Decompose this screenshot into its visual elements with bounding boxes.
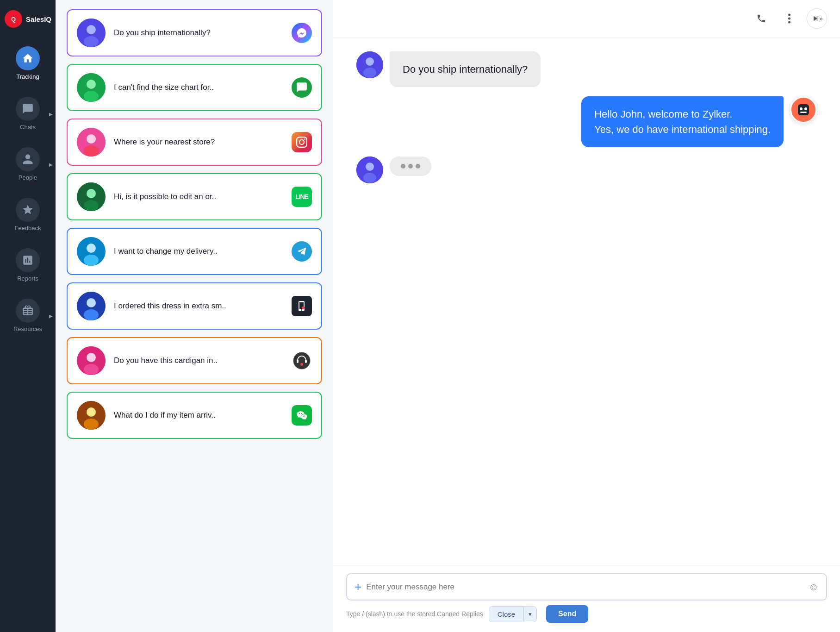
typing-avatar — [356, 156, 383, 183]
svg-point-9 — [87, 134, 96, 144]
sidebar-item-tracking[interactable]: Tracking — [0, 38, 56, 88]
avatar-4 — [77, 182, 106, 211]
people-label: People — [19, 174, 37, 181]
chat-messages: Do you ship internationally? Hello John,… — [333, 38, 840, 565]
chat-message-6: I ordered this dress in extra sm.. — [114, 300, 283, 312]
chats-label: Chats — [20, 124, 36, 131]
chat-info-4: Hi, is it possible to edit an or.. — [114, 191, 283, 202]
more-options-button[interactable] — [779, 8, 799, 29]
svg-point-33 — [788, 21, 790, 24]
channel-icon-2 — [292, 77, 312, 98]
resources-chevron: ▶ — [49, 313, 53, 318]
sidebar-item-feedback[interactable]: Feedback — [0, 189, 56, 240]
chat-card-5[interactable]: I want to change my delivery.. — [67, 228, 322, 275]
close-dropdown-button[interactable]: ▾ — [523, 607, 536, 621]
typing-indicator-row — [356, 156, 817, 183]
salesiq-logo-icon: Q — [5, 10, 22, 28]
svg-point-27 — [300, 363, 303, 366]
svg-point-29 — [87, 407, 96, 417]
bot-avatar — [790, 96, 817, 123]
feedback-label: Feedback — [14, 225, 41, 232]
chat-info-3: Where is your nearest store? — [114, 137, 283, 148]
svg-text:Q: Q — [11, 16, 16, 23]
avatar-8 — [77, 401, 106, 430]
feedback-icon-circle — [16, 198, 40, 222]
sidebar-item-chats[interactable]: Chats ▶ — [0, 88, 56, 139]
sidebar-nav: Tracking Chats ▶ People ▶ — [0, 38, 56, 341]
svg-rect-26 — [305, 360, 307, 363]
svg-point-10 — [84, 145, 99, 156]
chat-info-5: I want to change my delivery.. — [114, 246, 283, 257]
phone-button[interactable] — [751, 8, 772, 29]
svg-point-35 — [366, 57, 374, 66]
svg-point-22 — [87, 353, 96, 362]
svg-point-30 — [84, 419, 99, 430]
svg-point-19 — [84, 309, 99, 320]
avatar-5 — [77, 237, 106, 266]
emoji-button[interactable]: ☺ — [809, 581, 819, 593]
svg-point-42 — [366, 163, 374, 171]
svg-point-36 — [363, 68, 376, 78]
chat-list-panel: Do you ship internationally? I can't fin… — [56, 0, 333, 632]
channel-icon-7 — [292, 350, 312, 371]
chat-card-2[interactable]: I can't find the size chart for.. — [67, 64, 322, 111]
chat-card-6[interactable]: I ordered this dress in extra sm.. — [67, 282, 322, 330]
close-button-group: Close ▾ — [489, 606, 537, 622]
svg-point-38 — [800, 107, 803, 110]
svg-point-24 — [293, 352, 310, 369]
avatar-3 — [77, 128, 106, 156]
svg-point-39 — [804, 107, 807, 110]
chat-info-7: Do you have this cardigan in.. — [114, 355, 283, 366]
typing-dot-3 — [416, 164, 420, 169]
chat-input-area: + ☺ Type / (slash) to use the stored Can… — [333, 565, 840, 632]
channel-icon-5 — [292, 241, 312, 262]
chat-card-8[interactable]: What do I do if my item arriv.. — [67, 392, 322, 439]
chat-message-1: Do you ship internationally? — [114, 27, 283, 38]
resources-label: Resources — [13, 325, 42, 332]
channel-icon-6 — [292, 296, 312, 316]
bot-message-bubble: Hello John, welcome to Zylker.Yes, we do… — [581, 96, 784, 147]
svg-point-32 — [788, 18, 790, 20]
tracking-icon-circle — [16, 46, 40, 70]
expand-button[interactable]: » — [807, 8, 827, 29]
svg-rect-40 — [800, 112, 807, 113]
channel-icon-3 — [292, 132, 312, 152]
chats-icon-circle — [16, 97, 40, 121]
bot-message-text: Hello John, welcome to Zylker.Yes, we do… — [594, 108, 771, 135]
reports-label: Reports — [17, 275, 38, 282]
chat-message-2: I can't find the size chart for.. — [114, 82, 283, 93]
reports-icon-circle — [16, 248, 40, 272]
avatar-1 — [77, 19, 106, 47]
svg-point-20 — [302, 307, 305, 309]
message-input-row: + ☺ — [346, 573, 827, 601]
sidebar-item-resources[interactable]: Resources ▶ — [0, 290, 56, 341]
chat-card-1[interactable]: Do you ship internationally? — [67, 9, 322, 56]
send-button[interactable]: Send — [546, 605, 588, 623]
chat-message-4: Hi, is it possible to edit an or.. — [114, 191, 283, 202]
sidebar: Q SalesIQ Tracking Chats ▶ — [0, 0, 56, 632]
chat-card-7[interactable]: Do you have this cardigan in.. — [67, 337, 322, 384]
chat-main: » Do you ship internationally? Hello Joh… — [333, 0, 840, 632]
chats-chevron: ▶ — [49, 111, 53, 116]
chat-message-8: What do I do if my item arriv.. — [114, 410, 283, 421]
chat-info-1: Do you ship internationally? — [114, 27, 283, 38]
close-chat-button[interactable]: Close — [489, 607, 523, 622]
svg-point-31 — [788, 14, 790, 16]
avatar-2 — [77, 73, 106, 102]
chat-card-3[interactable]: Where is your nearest store? — [67, 119, 322, 166]
channel-icon-4: LINE — [292, 187, 312, 207]
sidebar-logo: Q SalesIQ — [0, 0, 56, 38]
chat-info-8: What do I do if my item arriv.. — [114, 410, 283, 421]
sidebar-item-people[interactable]: People ▶ — [0, 139, 56, 189]
chat-header: » — [333, 0, 840, 38]
attach-button[interactable]: + — [355, 580, 361, 594]
typing-indicator — [390, 156, 431, 176]
svg-point-16 — [84, 255, 99, 266]
svg-point-12 — [87, 189, 96, 198]
chat-message-3: Where is your nearest store? — [114, 137, 283, 148]
message-input[interactable] — [366, 582, 803, 592]
chat-card-4[interactable]: Hi, is it possible to edit an or.. LINE — [67, 173, 322, 220]
svg-point-23 — [84, 364, 99, 375]
svg-point-4 — [84, 36, 99, 47]
sidebar-item-reports[interactable]: Reports — [0, 240, 56, 290]
